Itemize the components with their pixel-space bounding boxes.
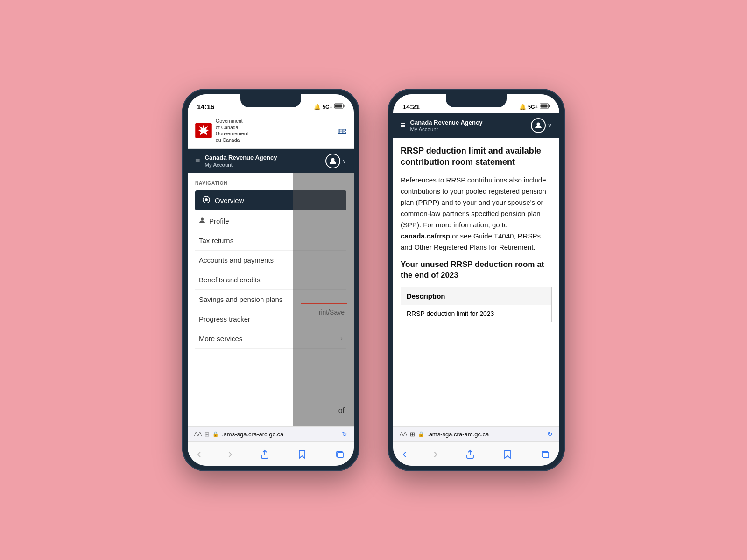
aa-text-2: AA xyxy=(400,431,407,437)
cra-navbar-2: ≡ Canada Revenue Agency My Account ∨ xyxy=(393,113,559,138)
reload-icon-2[interactable]: ↻ xyxy=(547,430,553,438)
nav-item-progress[interactable]: Progress tracker xyxy=(195,309,346,329)
phone-1-inner: 14:16 🔔 5G+ xyxy=(188,94,354,466)
article-content: RRSP deduction limit and available contr… xyxy=(393,138,559,330)
profile-label: Profile xyxy=(209,217,229,225)
lang-toggle-1[interactable]: FR xyxy=(338,127,346,134)
nav-item-tax-returns[interactable]: Tax returns xyxy=(195,231,346,251)
svg-rect-2 xyxy=(335,105,342,108)
alert-icon-2: 🔔 xyxy=(519,104,526,110)
phone-1: 14:16 🔔 5G+ xyxy=(182,89,359,471)
battery-icon-1 xyxy=(334,103,345,110)
share-btn-1[interactable] xyxy=(260,449,270,459)
article-title: RRSP deduction limit and available contr… xyxy=(401,145,552,168)
phone-2-inner: 14:21 🔔 5G+ ≡ xyxy=(393,94,559,466)
accounts-label: Accounts and payments xyxy=(199,256,274,264)
cra-title-2: Canada Revenue Agency xyxy=(410,119,483,127)
rrsp-table: Description RRSP deduction limit for 202… xyxy=(401,287,552,322)
nav-item-overview[interactable]: Overview xyxy=(195,190,346,210)
time-1: 14:16 xyxy=(197,103,214,111)
profile-with-icon: Profile xyxy=(199,217,229,225)
svg-rect-12 xyxy=(541,105,548,108)
share-btn-2[interactable] xyxy=(465,449,475,459)
phones-container: 14:16 🔔 5G+ xyxy=(182,89,565,471)
cra-navbar-left-2: ≡ Canada Revenue Agency My Account xyxy=(401,119,482,133)
gov-header-1: Government of Canada Gouvernement du Can… xyxy=(188,113,354,149)
article-section-title: Your unused RRSP deduction room at the e… xyxy=(401,259,552,281)
svg-point-6 xyxy=(205,198,208,201)
forward-btn-1[interactable]: › xyxy=(228,447,233,461)
svg-rect-9 xyxy=(338,452,343,458)
bookmarks-btn-2[interactable] xyxy=(502,449,513,459)
address-left-1: AA ⊞ 🔒 .ams-sga.cra-arc.gc.ca xyxy=(194,431,283,438)
cra-navbar-1: ≡ Canada Revenue Agency My Account ∨ xyxy=(188,149,354,173)
gov-fr2: du Canada xyxy=(216,137,248,144)
tabs-btn-1[interactable] xyxy=(334,449,345,459)
gov-fr1: Gouvernement xyxy=(216,131,248,137)
nav-label-1: NAVIGATION xyxy=(195,181,346,186)
hamburger-2[interactable]: ≡ xyxy=(401,120,406,130)
cra-user-1[interactable]: ∨ xyxy=(325,154,346,168)
back-btn-2[interactable]: ‹ xyxy=(402,447,407,461)
cra-user-2[interactable]: ∨ xyxy=(531,118,552,133)
cra-title-1: Canada Revenue Agency xyxy=(205,154,277,162)
aa-text-1: AA xyxy=(194,431,202,437)
forward-btn-2[interactable]: › xyxy=(434,447,438,461)
hamburger-1[interactable]: ≡ xyxy=(195,156,200,166)
address-bar-1: AA ⊞ 🔒 .ams-sga.cra-arc.gc.ca ↻ xyxy=(188,426,354,441)
table-cell-1: RRSP deduction limit for 2023 xyxy=(401,305,552,322)
gov-logo-1: Government of Canada Gouvernement du Can… xyxy=(195,118,248,144)
cra-navbar-left-1: ≡ Canada Revenue Agency My Account xyxy=(195,154,277,168)
table-row-1: RRSP deduction limit for 2023 xyxy=(401,305,552,322)
rrsp-link[interactable]: canada.ca/rrsp xyxy=(401,232,450,240)
nav-item-savings[interactable]: Savings and pension plans xyxy=(195,290,346,309)
benefits-label: Benefits and credits xyxy=(199,276,261,284)
page-content-1: NAVIGATION Overview xyxy=(188,173,354,426)
cra-title-block-2: Canada Revenue Agency My Account xyxy=(410,119,483,133)
svg-point-13 xyxy=(537,123,540,126)
cra-title-block-1: Canada Revenue Agency My Account xyxy=(205,154,277,168)
article-body-1: References to RRSP contributions also in… xyxy=(401,175,552,253)
svg-rect-15 xyxy=(543,452,549,458)
nav-item-more[interactable]: More services › xyxy=(195,329,346,349)
svg-rect-11 xyxy=(549,105,550,107)
bottom-nav-2: ‹ › xyxy=(393,441,559,466)
person-icon xyxy=(199,217,205,225)
nav-item-accounts[interactable]: Accounts and payments xyxy=(195,251,346,270)
bottom-nav-1: ‹ › xyxy=(188,441,354,466)
url-2: .ams-sga.cra-arc.gc.ca xyxy=(427,431,489,438)
notch-2 xyxy=(446,94,507,107)
savings-label: Savings and pension plans xyxy=(199,295,282,303)
cra-subtitle-2: My Account xyxy=(410,126,483,132)
url-1: .ams-sga.cra-arc.gc.ca xyxy=(222,431,283,438)
signal-2: 5G+ xyxy=(528,104,538,110)
nav-item-profile[interactable]: Profile xyxy=(195,211,346,231)
cra-subtitle-1: My Account xyxy=(205,162,277,168)
more-chevron: › xyxy=(340,335,343,342)
back-btn-1[interactable]: ‹ xyxy=(197,447,201,461)
svg-rect-1 xyxy=(344,105,345,107)
gov-text-1: Government of Canada Gouvernement du Can… xyxy=(216,118,248,144)
overview-label: Overview xyxy=(215,196,244,204)
status-icons-2: 🔔 5G+ xyxy=(519,103,550,110)
tabs-btn-2[interactable] xyxy=(540,449,550,459)
bookmarks-btn-1[interactable] xyxy=(297,449,307,459)
status-icons-1: 🔔 5G+ xyxy=(314,103,345,110)
reader-mode-icon-1: ⊞ xyxy=(204,431,210,438)
nav-item-benefits[interactable]: Benefits and credits xyxy=(195,270,346,290)
alert-icon-1: 🔔 xyxy=(314,104,321,110)
time-2: 14:21 xyxy=(402,103,420,111)
progress-label: Progress tracker xyxy=(199,315,250,323)
nav-panel-1: NAVIGATION Overview xyxy=(188,173,354,356)
table-header: Description xyxy=(401,287,552,305)
address-bar-2: AA ⊞ 🔒 .ams-sga.cra-arc.gc.ca ↻ xyxy=(393,426,559,441)
maple-leaf-icon xyxy=(195,123,212,138)
signal-1: 5G+ xyxy=(323,104,332,110)
user-chevron-2: ∨ xyxy=(548,122,552,129)
page-content-2: RRSP deduction limit and available contr… xyxy=(393,138,559,426)
address-left-2: AA ⊞ 🔒 .ams-sga.cra-arc.gc.ca xyxy=(400,431,489,438)
notch-1 xyxy=(240,94,301,107)
user-chevron-1: ∨ xyxy=(342,158,346,164)
reload-icon-1[interactable]: ↻ xyxy=(342,430,347,438)
user-avatar-1 xyxy=(325,154,340,168)
